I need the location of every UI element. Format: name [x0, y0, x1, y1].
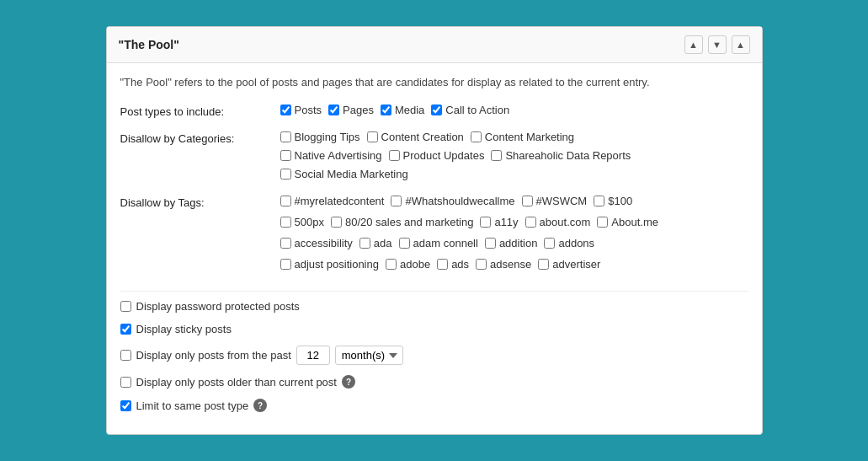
tag-adamconnell-checkbox[interactable]: [399, 238, 410, 249]
tag-adobe-label[interactable]: adobe: [400, 258, 430, 271]
cat-content-marketing: Content Marketing: [471, 131, 574, 143]
tag-8020-checkbox[interactable]: [331, 217, 342, 228]
panel-down-button[interactable]: ▼: [708, 35, 727, 54]
tag-adsense-checkbox[interactable]: [476, 259, 487, 270]
display-password-label[interactable]: Display password protected posts: [136, 300, 300, 313]
post-types-label: Post types to include:: [120, 104, 280, 118]
cat-native-label[interactable]: Native Advertising: [295, 149, 382, 162]
tag-100-checkbox[interactable]: [594, 196, 604, 206]
tags-row1: #myrelatedcontent #Whatshouldwecallme #W…: [280, 195, 748, 210]
cat-content-creation-checkbox[interactable]: [367, 131, 378, 142]
cat-blogging-label[interactable]: Blogging Tips: [295, 131, 360, 143]
limit-same-type-row: Limit to same post type ?: [120, 399, 748, 412]
tag-aboutcom: about.com: [525, 216, 591, 228]
tags-row3: accessibility ada adam connell addition: [280, 237, 748, 252]
tag-advertiser-checkbox[interactable]: [538, 259, 549, 270]
tag-adamconnell-label[interactable]: adam connell: [413, 237, 478, 249]
display-past-checkbox[interactable]: [120, 350, 131, 361]
tag-myrelated-label[interactable]: #myrelatedcontent: [295, 195, 385, 207]
cat-content-creation-label[interactable]: Content Creation: [381, 131, 464, 143]
post-type-posts-checkbox[interactable]: [280, 105, 291, 115]
limit-same-type-label[interactable]: Limit to same post type: [136, 399, 249, 412]
display-past-label[interactable]: Display only posts from the past: [136, 349, 291, 362]
cat-social-checkbox[interactable]: [280, 169, 291, 180]
cat-social-label[interactable]: Social Media Marketing: [295, 168, 408, 180]
tag-myrelated-checkbox[interactable]: [280, 196, 291, 206]
tag-ada-checkbox[interactable]: [359, 238, 370, 249]
tag-100-label[interactable]: $100: [608, 195, 632, 207]
display-sticky-checkbox[interactable]: [120, 324, 131, 335]
tag-adsense-label[interactable]: adsense: [490, 258, 531, 271]
the-pool-panel: "The Pool" ▲ ▼ ▲ "The Pool" refers to th…: [106, 26, 763, 435]
tag-ads-checkbox[interactable]: [437, 259, 448, 270]
tag-aboutme-label[interactable]: About.me: [611, 216, 658, 228]
tags-row: Disallow by Tags: #myrelatedcontent #Wha…: [120, 195, 748, 279]
tag-addons-label[interactable]: addons: [558, 237, 594, 249]
display-password-checkbox[interactable]: [120, 301, 131, 312]
cat-native-checkbox[interactable]: [280, 150, 291, 161]
tag-adobe-checkbox[interactable]: [386, 259, 397, 270]
cat-shareaholic-label[interactable]: Shareaholic Data Reports: [505, 149, 631, 162]
tag-wswcm-label[interactable]: #WSWCM: [536, 195, 588, 207]
tag-500px-label[interactable]: 500px: [295, 216, 324, 228]
post-type-media: Media: [381, 104, 424, 116]
categories-row: Disallow by Categories: Blogging Tips Co…: [120, 131, 748, 183]
cat-blogging-checkbox[interactable]: [280, 131, 291, 142]
cat-shareaholic-checkbox[interactable]: [491, 150, 502, 161]
tag-ada-label[interactable]: ada: [374, 237, 392, 249]
tag-whatshouldwecallme-checkbox[interactable]: [391, 196, 402, 206]
post-type-media-label[interactable]: Media: [395, 104, 424, 116]
tag-aboutcom-label[interactable]: about.com: [540, 216, 591, 228]
display-older-help-icon[interactable]: ?: [342, 375, 355, 389]
tag-aboutcom-checkbox[interactable]: [525, 217, 536, 228]
post-types-row: Post types to include: Posts Pages Media…: [120, 104, 748, 119]
tag-8020-label[interactable]: 80/20 sales and marketing: [345, 216, 473, 228]
panel-collapse-button[interactable]: ▲: [732, 35, 750, 54]
tag-ads-label[interactable]: ads: [451, 258, 469, 271]
tag-a11y-checkbox[interactable]: [480, 217, 491, 228]
post-type-pages-label[interactable]: Pages: [343, 104, 374, 116]
post-type-media-checkbox[interactable]: [381, 105, 391, 115]
display-older-checkbox[interactable]: [120, 377, 131, 388]
post-type-cta-label[interactable]: Call to Action: [445, 104, 509, 116]
tag-aboutme-checkbox[interactable]: [597, 217, 608, 228]
display-past-number[interactable]: [296, 346, 330, 365]
tag-whatshouldwecallme-label[interactable]: #Whatshouldwecallme: [405, 195, 514, 207]
tag-addition-checkbox[interactable]: [485, 238, 496, 249]
categories-label: Disallow by Categories:: [120, 131, 280, 145]
tag-500px: 500px: [280, 216, 324, 228]
post-type-cta-checkbox[interactable]: [431, 105, 442, 115]
tag-wswcm-checkbox[interactable]: [522, 196, 533, 206]
divider1: [120, 291, 748, 292]
cat-product-checkbox[interactable]: [389, 150, 400, 161]
post-type-pages: Pages: [328, 104, 374, 116]
tag-500px-checkbox[interactable]: [280, 217, 291, 228]
display-sticky-label[interactable]: Display sticky posts: [136, 323, 232, 335]
tag-accessibility-label[interactable]: accessibility: [295, 237, 353, 249]
panel-title: "The Pool": [119, 38, 179, 51]
tag-accessibility-checkbox[interactable]: [280, 238, 291, 249]
categories-controls: Blogging Tips Content Creation Content M…: [280, 131, 748, 183]
categories-row2: Native Advertising Product Updates Share…: [280, 149, 748, 164]
tag-addons-checkbox[interactable]: [544, 238, 555, 249]
display-sticky-row: Display sticky posts: [120, 323, 748, 335]
cat-content-marketing-checkbox[interactable]: [471, 131, 482, 142]
tag-adjustpositioning-checkbox[interactable]: [280, 259, 291, 270]
cat-product-label[interactable]: Product Updates: [403, 149, 485, 162]
cat-content-marketing-label[interactable]: Content Marketing: [485, 131, 574, 143]
limit-same-type-checkbox[interactable]: [120, 400, 131, 411]
tag-a11y-label[interactable]: a11y: [494, 216, 518, 228]
post-type-pages-checkbox[interactable]: [328, 105, 339, 115]
tag-myrelated: #myrelatedcontent: [280, 195, 385, 207]
tag-ads: ads: [437, 258, 469, 271]
post-type-posts-label[interactable]: Posts: [295, 104, 322, 116]
tag-adobe: adobe: [386, 258, 430, 271]
tag-advertiser-label[interactable]: advertiser: [552, 258, 600, 271]
panel-up-button[interactable]: ▲: [684, 35, 703, 54]
display-past-row: Display only posts from the past day(s) …: [120, 346, 748, 365]
display-past-unit-select[interactable]: day(s) week(s) month(s) year(s): [335, 346, 403, 365]
display-older-label[interactable]: Display only posts older than current po…: [136, 376, 337, 389]
tag-adjustpositioning-label[interactable]: adjust positioning: [295, 258, 379, 271]
limit-same-type-help-icon[interactable]: ?: [253, 399, 267, 412]
tag-addition-label[interactable]: addition: [499, 237, 538, 249]
